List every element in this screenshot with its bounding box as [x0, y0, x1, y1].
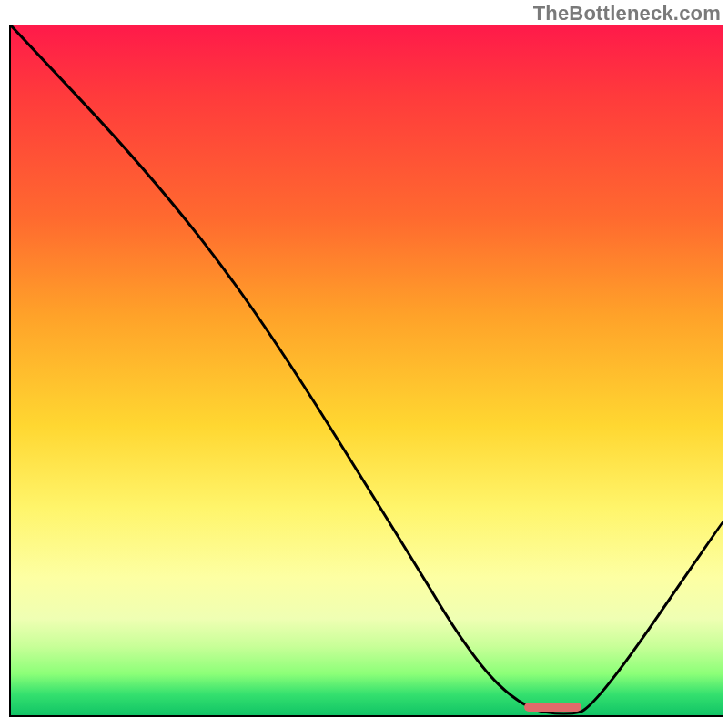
- watermark-text: TheBottleneck.com: [533, 2, 721, 25]
- chart-plot-area: [9, 25, 723, 717]
- optimum-marker: [524, 703, 581, 712]
- chart-line-svg: [11, 25, 723, 715]
- bottleneck-curve-path: [11, 25, 723, 713]
